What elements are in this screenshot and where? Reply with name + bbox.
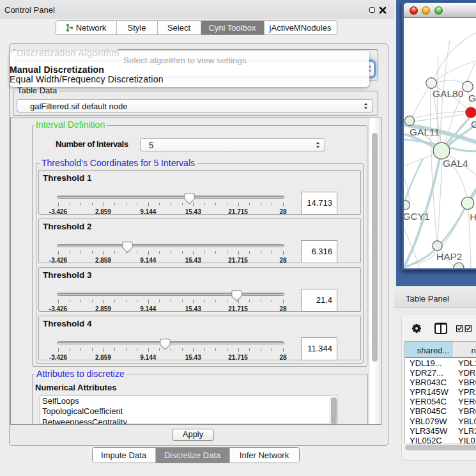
svg-text:C: C [471, 119, 476, 130]
svg-text:GAL4: GAL4 [443, 158, 468, 169]
svg-text:GAL80: GAL80 [433, 88, 464, 99]
svg-text:H: H [470, 211, 476, 222]
svg-text:GA: GA [468, 93, 476, 104]
svg-text:GCY1: GCY1 [404, 211, 430, 222]
svg-text:GAL11: GAL11 [410, 127, 440, 137]
svg-text:HAP2: HAP2 [436, 251, 463, 262]
